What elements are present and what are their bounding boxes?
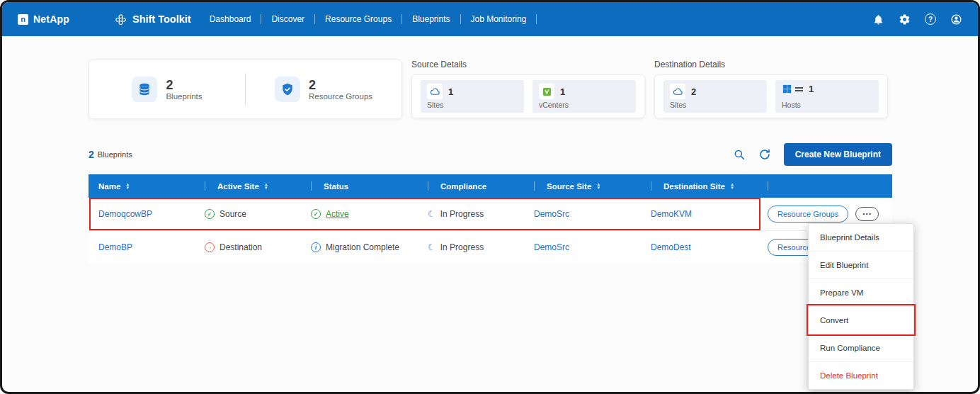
nav-divider <box>261 14 261 24</box>
destination-hosts-tile: 1 Hosts <box>775 80 879 113</box>
resource-groups-button[interactable]: Resource Groups <box>768 206 848 223</box>
main-nav: Dashboard Discover Resource Groups Bluep… <box>210 14 537 24</box>
cloud-icon <box>427 84 443 99</box>
nav-resource-groups[interactable]: Resource Groups <box>325 14 392 24</box>
app-title: Shift Toolkit <box>115 13 191 26</box>
destination-site-link[interactable]: DemoKVM <box>651 209 692 219</box>
blueprints-count-label: Blueprints <box>98 150 132 159</box>
compliance-value: In Progress <box>440 242 484 252</box>
status-link[interactable]: Active <box>326 209 349 219</box>
nav-divider <box>314 14 315 24</box>
source-vcenters-label: vCenters <box>539 101 629 109</box>
nav-discover[interactable]: Discover <box>271 14 304 24</box>
create-new-blueprint-button[interactable]: Create New Blueprint <box>784 143 892 166</box>
blueprint-name-link[interactable]: DemoqcowBP <box>98 209 152 219</box>
nav-divider <box>401 14 402 24</box>
resource-groups-label: Resource Groups <box>309 92 372 101</box>
destination-details-title: Destination Details <box>654 60 888 69</box>
blueprints-count-badge: 2 <box>89 149 94 160</box>
help-icon[interactable]: ? <box>925 13 936 25</box>
destination-sites-count: 2 <box>691 86 696 97</box>
column-label: Status <box>324 182 348 191</box>
menu-item-edit-blueprint[interactable]: Edit Blueprint <box>809 251 913 278</box>
active-site-value: Source <box>220 209 246 219</box>
stats-card: 2 Blueprints 2 Resource Groups <box>89 60 402 119</box>
status-value: Migration Complete <box>326 242 399 252</box>
source-vcenters-tile: 1 vCenters <box>532 80 636 113</box>
resource-groups-count: 2 <box>309 78 372 93</box>
source-site-link[interactable]: DemoSrc <box>534 209 569 219</box>
table-row: DemoqcowBP ✓ Source ✓ Active ☾ In Progre… <box>89 198 892 230</box>
compliance-value: In Progress <box>440 209 484 219</box>
column-label: Destination Site <box>663 182 725 191</box>
destination-site-link[interactable]: DemoDest <box>651 242 691 252</box>
row-context-menu: Blueprint Details Edit Blueprint Prepare… <box>808 223 914 390</box>
row-actions-ellipsis-button[interactable]: ... <box>855 207 879 221</box>
column-header-source-site[interactable]: Source Site ▲▼ <box>524 181 641 191</box>
netapp-logo-icon: n <box>18 14 28 25</box>
nav-divider <box>460 14 461 24</box>
column-header-compliance: Compliance <box>418 181 524 191</box>
source-sites-label: Sites <box>427 101 518 109</box>
in-progress-icon: ☾ <box>428 209 435 219</box>
refresh-icon[interactable] <box>758 148 771 161</box>
blueprints-stat: 2 Blueprints <box>89 77 245 102</box>
column-header-name[interactable]: Name ▲▼ <box>89 182 195 191</box>
app-title-text: Shift Toolkit <box>132 13 191 25</box>
sort-icon[interactable]: ▲▼ <box>596 183 600 189</box>
menu-item-run-compliance[interactable]: Run Compliance <box>809 334 913 361</box>
sort-icon[interactable]: ▲▼ <box>264 183 268 189</box>
gear-icon[interactable] <box>899 13 911 26</box>
sort-icon[interactable]: ▲▼ <box>125 183 130 189</box>
source-sites-count: 1 <box>448 86 453 97</box>
column-label: Source Site <box>547 182 591 191</box>
active-site-value: Destination <box>220 242 262 252</box>
destination-sites-tile: 2 Sites <box>663 80 767 113</box>
menu-item-convert[interactable]: Convert <box>809 306 913 334</box>
nav-dashboard[interactable]: Dashboard <box>210 14 251 24</box>
menu-item-prepare-vm[interactable]: Prepare VM <box>809 278 913 306</box>
destination-sites-label: Sites <box>670 101 760 109</box>
source-details-title: Source Details <box>411 60 645 69</box>
bell-icon[interactable] <box>872 13 884 26</box>
blueprints-toolbar: 2 Blueprints Create New Blueprint <box>89 143 892 166</box>
destination-details: Destination Details 2 Sites <box>654 60 888 118</box>
blueprint-name-link[interactable]: DemoBP <box>98 242 132 252</box>
blueprints-table: Name ▲▼ Active Site ▲▼ Status Compliance <box>89 174 892 263</box>
column-label: Compliance <box>440 182 486 191</box>
check-circle-icon: ✓ <box>205 209 215 219</box>
vcenter-icon <box>539 84 554 99</box>
blueprints-label: Blueprints <box>166 92 202 101</box>
column-header-status: Status <box>301 181 418 191</box>
resource-groups-stat-icon <box>275 77 300 102</box>
column-header-destination-site[interactable]: Destination Site ▲▼ <box>641 181 758 191</box>
blueprints-count: 2 <box>166 78 202 93</box>
blueprints-stat-icon <box>132 77 157 102</box>
destination-circle-icon: → <box>205 242 215 252</box>
brand-name: NetApp <box>33 13 69 25</box>
menu-item-blueprint-details[interactable]: Blueprint Details <box>809 224 913 251</box>
nav-blueprints[interactable]: Blueprints <box>412 14 450 24</box>
cloud-icon <box>670 84 685 99</box>
source-details-card: 1 Sites 1 <box>411 74 645 118</box>
source-details: Source Details 1 Sites <box>411 60 645 118</box>
netapp-logo: n NetApp <box>18 13 69 25</box>
source-site-link[interactable]: DemoSrc <box>534 242 569 252</box>
destination-details-card: 2 Sites <box>654 74 888 118</box>
shift-toolkit-icon <box>115 13 127 26</box>
destination-hosts-label: Hosts <box>782 101 872 109</box>
sort-icon[interactable]: ▲▼ <box>730 183 734 189</box>
top-navigation: n NetApp Shift Toolkit Dashboard Discove… <box>2 2 978 36</box>
account-icon[interactable] <box>950 13 962 26</box>
column-header-active-site[interactable]: Active Site ▲▼ <box>195 181 301 191</box>
nav-divider <box>536 14 537 24</box>
nav-job-monitoring[interactable]: Job Monitoring <box>471 14 527 24</box>
nav-actions: ? <box>872 13 962 26</box>
table-row: DemoBP → Destination i Migration Complet… <box>89 230 892 263</box>
column-header-actions <box>758 181 892 191</box>
menu-item-delete-blueprint[interactable]: Delete Blueprint <box>809 361 913 389</box>
source-sites-tile: 1 Sites <box>421 80 524 113</box>
source-vcenters-count: 1 <box>560 86 565 97</box>
search-icon[interactable] <box>733 148 746 161</box>
in-progress-icon: ☾ <box>428 242 435 252</box>
